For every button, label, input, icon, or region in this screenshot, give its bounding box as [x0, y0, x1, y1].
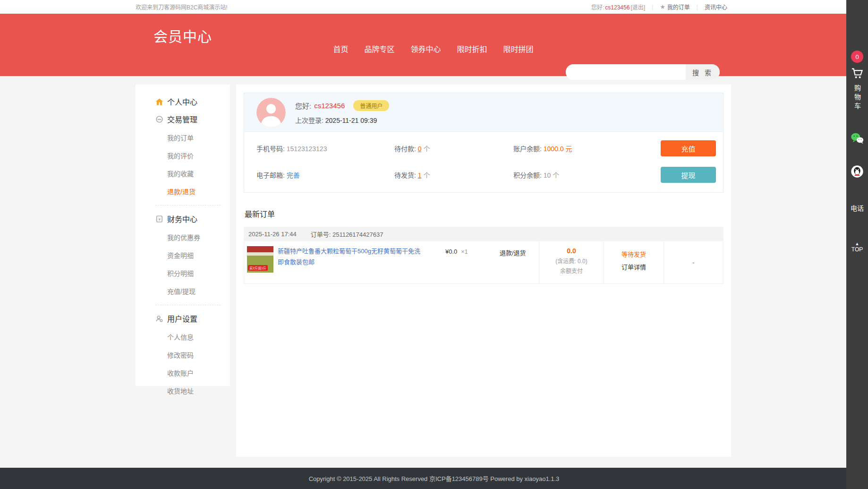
- pending-payment-field: 待付款: 0 个: [394, 144, 513, 153]
- price-quantity: ¥0.0 ×1: [445, 246, 493, 255]
- nav-home[interactable]: 首页: [333, 43, 348, 54]
- email-complete-link[interactable]: 完善: [287, 172, 300, 179]
- sidebar-label: 个人中心: [167, 96, 197, 107]
- greeting-label: 您好:: [295, 101, 311, 111]
- refund-return-link[interactable]: 退款/退货: [500, 246, 526, 257]
- trade-items: 我的订单 我的评价 我的收藏 退款/退货: [167, 129, 230, 200]
- shipping-note: (含运费: 0.0): [539, 257, 604, 265]
- pending-payment-count-link[interactable]: 0: [418, 145, 422, 153]
- nav-group-buy[interactable]: 限时拼团: [503, 43, 534, 54]
- sidebar-label: 用户设置: [167, 313, 197, 324]
- product-title-link[interactable]: 新疆特产吐鲁番大颗粒葡萄干500g无籽黄萄葡干免洗即食散装包邮: [278, 246, 424, 268]
- profile-username: cs123456: [314, 102, 345, 110]
- back-to-top-button[interactable]: ▲ TOP: [851, 242, 863, 253]
- sidebar-item-my-favorites[interactable]: 我的收藏: [167, 164, 230, 182]
- nav-brand-zone[interactable]: 品牌专区: [364, 43, 394, 54]
- latest-orders-title: 最新订单: [245, 208, 723, 219]
- main-area: 个人中心 交易管理 我的订单 我的评价 我的收藏 退款/退货 ¥ 财务中心 我的…: [136, 76, 731, 457]
- order-date: 2025-11-26 17:44: [248, 231, 297, 238]
- points-field: 积分余额: 10 个: [513, 170, 661, 180]
- payment-method: 余额支付: [539, 266, 604, 275]
- topbar-news-link[interactable]: 资讯中心: [705, 3, 727, 11]
- product-quantity: ×1: [461, 248, 468, 255]
- top-label: TOP: [851, 246, 863, 253]
- sidebar-item-points-details[interactable]: 积分明细: [167, 264, 230, 282]
- sidebar-item-recharge-withdraw[interactable]: 充值/提现: [167, 282, 230, 300]
- topbar-my-orders-link[interactable]: ★ 我的订单: [660, 3, 690, 11]
- search-button[interactable]: 搜 索: [686, 64, 720, 80]
- user-level-badge: 普通用户: [353, 100, 389, 111]
- recharge-button[interactable]: 充值: [661, 140, 716, 156]
- sidebar-item-my-reviews[interactable]: 我的评价: [167, 146, 230, 164]
- star-icon: ★: [660, 3, 665, 10]
- sidebar-item-change-password[interactable]: 修改密码: [167, 346, 230, 364]
- pending-shipment-count-link[interactable]: 1: [418, 172, 422, 179]
- sidebar-section-finance[interactable]: ¥ 财务中心: [155, 213, 230, 224]
- nav-coupon-center[interactable]: 领券中心: [410, 43, 441, 54]
- order-total: 0.0: [539, 247, 604, 255]
- order-row: 买2斤送1斤 新疆特产吐鲁番大颗粒葡萄干500g无籽黄萄葡干免洗即食散装包邮 ¥…: [244, 241, 723, 284]
- order-number: 订单号: 251126174427637: [311, 230, 383, 239]
- points-value: 10 个: [544, 172, 559, 179]
- greeting: 您好:cs123456[退出]: [591, 3, 645, 11]
- main-nav: 首页 品牌专区 领券中心 限时折扣 限时拼团: [136, 43, 731, 54]
- cart-label[interactable]: 购物车: [852, 85, 862, 112]
- nav-flash-discount[interactable]: 限时折扣: [457, 43, 487, 54]
- pending-shipment-unit: 个: [423, 172, 430, 179]
- finance-items: 我的优惠券 资金明细 积分明细 充值/提现: [167, 228, 230, 300]
- pending-payment-unit: 个: [423, 145, 430, 153]
- pending-payment-label: 待付款:: [394, 145, 416, 153]
- phone-contact-label[interactable]: 电话: [851, 203, 864, 213]
- order-header-row: 2025-11-26 17:44 订单号: 251126174427637: [244, 227, 723, 241]
- topbar-right: 您好:cs123456[退出] | ★ 我的订单 | 资讯中心: [591, 3, 727, 11]
- topbar-username: cs123456: [605, 4, 630, 11]
- product-price: ¥0.0: [445, 248, 457, 255]
- order-product-cell: 买2斤送1斤 新疆特产吐鲁番大颗粒葡萄干500g无籽黄萄葡干免洗即食散装包邮 ¥…: [244, 241, 539, 283]
- balance-value: 1000.0 元: [544, 145, 572, 153]
- last-login-value: 2025-11-21 09:39: [325, 117, 377, 124]
- svg-text:¥: ¥: [158, 216, 161, 221]
- sidebar-item-my-orders[interactable]: 我的订单: [167, 129, 230, 146]
- sidebar-item-fund-details[interactable]: 资金明细: [167, 246, 230, 264]
- greeting-block: 您好: cs123456 普通用户 上次登录: 2025-11-21 09:39: [295, 100, 389, 125]
- sidebar-section-trade[interactable]: 交易管理: [155, 113, 230, 125]
- member-sidebar: 个人中心 交易管理 我的订单 我的评价 我的收藏 退款/退货 ¥ 财务中心 我的…: [136, 85, 230, 386]
- cart-count-badge: 0: [851, 51, 863, 63]
- pending-shipment-field: 待发货: 1 个: [394, 170, 513, 180]
- order-detail-link[interactable]: 订单详情: [604, 262, 664, 271]
- sidebar-item-payment-account[interactable]: 收款账户: [167, 364, 230, 382]
- sidebar-item-my-coupons[interactable]: 我的优惠券: [167, 228, 230, 246]
- divider: [155, 205, 221, 206]
- user-settings-icon: [155, 315, 163, 323]
- order-status-cell: 等待发货 订单详情: [604, 241, 664, 283]
- phone-field: 手机号码: 15123123123: [256, 144, 394, 153]
- footer: Copyright © 2015-2025 All Rights Reserve…: [0, 468, 868, 489]
- member-content: 您好: cs123456 普通用户 上次登录: 2025-11-21 09:39…: [236, 85, 731, 457]
- sidebar-item-personal-info[interactable]: 个人信息: [167, 328, 230, 346]
- sidebar-item-shipping-address[interactable]: 收货地址: [167, 382, 230, 400]
- home-icon: [155, 98, 163, 106]
- withdraw-button[interactable]: 提现: [661, 167, 716, 183]
- product-image[interactable]: 买2斤送1斤: [247, 246, 273, 273]
- sidebar-section-settings[interactable]: 用户设置: [155, 313, 230, 324]
- finance-icon: ¥: [155, 215, 163, 223]
- pending-shipment-label: 待发货:: [394, 172, 416, 179]
- search-input[interactable]: [566, 64, 686, 80]
- sidebar-label: 交易管理: [167, 113, 197, 125]
- cart-icon[interactable]: [850, 67, 864, 82]
- logout-link[interactable]: [退出]: [630, 4, 645, 11]
- order-total-cell: 0.0 (含运费: 0.0) 余额支付: [539, 241, 604, 283]
- trade-icon: [155, 115, 163, 123]
- balance-field: 账户余额: 1000.0 元: [513, 144, 661, 153]
- account-summary: 手机号码: 15123123123 待付款: 0 个 账户余额: 1000.0 …: [244, 132, 723, 192]
- settings-items: 个人信息 修改密码 收款账户 收货地址: [167, 328, 230, 400]
- sidebar-item-refund-return[interactable]: 退款/退货: [167, 182, 230, 200]
- order-status: 等待发货: [604, 249, 664, 258]
- sidebar-label: 财务中心: [167, 213, 197, 224]
- my-orders-label: 我的订单: [667, 3, 690, 11]
- qq-icon[interactable]: [850, 164, 864, 179]
- phone-value: 15123123123: [287, 145, 327, 153]
- wechat-icon[interactable]: [850, 131, 864, 146]
- sidebar-item-personal-center[interactable]: 个人中心: [155, 96, 230, 107]
- points-label: 积分余额:: [513, 172, 542, 179]
